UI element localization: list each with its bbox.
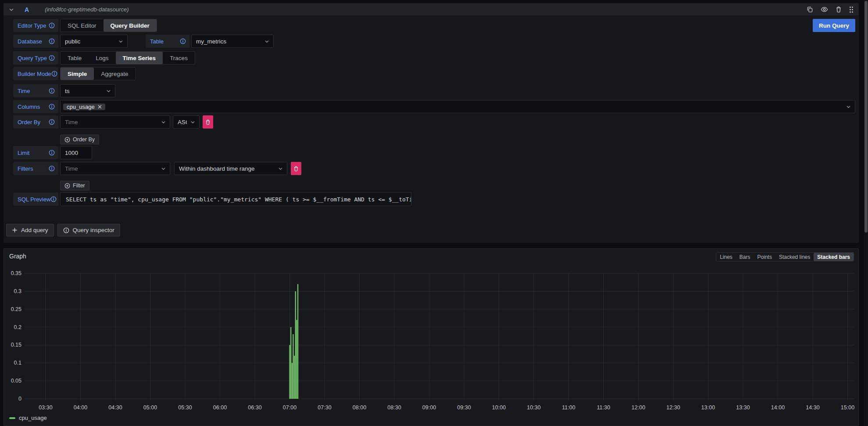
info-icon[interactable] [49, 165, 55, 172]
chevron-down-icon [846, 104, 851, 109]
info-icon[interactable] [51, 71, 57, 77]
builder-mode-option-simple[interactable]: Simple [61, 68, 94, 80]
table-select[interactable]: my_metrics [191, 35, 274, 48]
svg-text:09:30: 09:30 [457, 405, 471, 411]
svg-text:07:00: 07:00 [283, 405, 296, 411]
chevron-down-icon [106, 89, 111, 93]
sql-preview-label: SQL Preview [13, 193, 58, 206]
svg-text:05:00: 05:00 [143, 405, 157, 411]
svg-text:03:30: 03:30 [39, 405, 52, 411]
time-row: Time ts [13, 84, 115, 97]
limit-input[interactable] [60, 146, 92, 159]
plus-circle-icon [64, 183, 70, 189]
mode-bars[interactable]: Bars [736, 253, 754, 261]
svg-text:06:30: 06:30 [248, 405, 261, 411]
chevron-down-icon [118, 39, 123, 44]
chevron-down-icon [278, 166, 283, 171]
chart-legend[interactable]: cpu_usage [9, 415, 47, 421]
query-inspector-button[interactable]: Query inspector [57, 224, 120, 236]
editor-type-toggle: SQL Editor Query Builder [60, 19, 157, 32]
svg-text:0.05: 0.05 [11, 378, 21, 384]
add-order-by-row: Order By [13, 135, 99, 144]
info-circle-icon [63, 227, 69, 233]
editor-type-label: Editor Type [13, 19, 58, 32]
eye-icon[interactable] [821, 6, 828, 13]
page-scrollbar-track[interactable] [864, 0, 868, 426]
chevron-down-icon [161, 166, 166, 171]
column-tag: cpu_usage [63, 104, 105, 110]
mode-lines[interactable]: Lines [716, 253, 736, 261]
svg-text:04:30: 04:30 [108, 405, 122, 411]
svg-text:12:30: 12:30 [666, 405, 680, 411]
page-scrollbar-thumb[interactable] [864, 1, 868, 233]
column-tag-label: cpu_usage [67, 104, 95, 110]
order-by-field-select[interactable]: Time [60, 115, 170, 129]
trash-icon [205, 119, 211, 125]
legend-series-color-dash [9, 417, 15, 419]
graph-panel-title: Graph [9, 253, 26, 260]
svg-text:13:00: 13:00 [701, 405, 715, 411]
graph-mode-toggle: Lines Bars Points Stacked lines Stacked … [716, 252, 854, 261]
columns-multiselect[interactable]: cpu_usage [60, 100, 855, 113]
remove-filter-button[interactable] [291, 162, 301, 175]
remove-order-by-button[interactable] [203, 115, 213, 129]
remove-column-icon[interactable] [98, 105, 102, 109]
info-icon[interactable] [49, 38, 55, 44]
svg-text:0.1: 0.1 [14, 360, 21, 366]
query-type-option-logs[interactable]: Logs [89, 52, 115, 64]
info-icon[interactable] [50, 196, 57, 202]
add-filter-row: Filter [13, 181, 89, 190]
query-row-header[interactable]: A (info8fcc-greptimedb-datasource) [4, 4, 859, 15]
svg-text:0.3: 0.3 [14, 288, 21, 294]
builder-mode-toggle: Simple Aggregate [60, 67, 136, 80]
query-header-actions [807, 6, 854, 13]
editor-type-option-sql-editor[interactable]: SQL Editor [61, 19, 104, 32]
info-icon[interactable] [180, 38, 186, 44]
run-query-button[interactable]: Run Query [813, 19, 855, 32]
plus-icon [12, 227, 18, 233]
query-footer: Add query Query inspector [6, 224, 120, 236]
order-by-direction-select[interactable]: ASC [173, 115, 200, 129]
time-label: Time [13, 84, 58, 97]
time-series-chart[interactable]: 00.050.10.150.20.250.30.3503:3004:0004:3… [4, 266, 857, 415]
database-row: Database public Table my_metrics [13, 35, 274, 48]
add-query-button[interactable]: Add query [6, 224, 54, 236]
collapse-chevron-icon[interactable] [9, 7, 14, 12]
mode-stacked-bars[interactable]: Stacked bars [814, 253, 854, 261]
info-icon[interactable] [49, 55, 55, 61]
filters-row: Filters Time Within dashboard time range [13, 162, 301, 175]
filter-field-select[interactable]: Time [60, 162, 170, 175]
builder-mode-row: Builder Mode Simple Aggregate [13, 67, 136, 80]
svg-text:06:00: 06:00 [213, 405, 227, 411]
info-icon[interactable] [49, 150, 55, 156]
chevron-down-icon [161, 120, 166, 125]
mode-points[interactable]: Points [754, 253, 775, 261]
filter-condition-select[interactable]: Within dashboard time range [174, 162, 287, 175]
query-type-option-traces[interactable]: Traces [163, 52, 195, 64]
limit-row: Limit [13, 146, 92, 159]
svg-text:05:30: 05:30 [178, 405, 192, 411]
query-type-option-time-series[interactable]: Time Series [116, 52, 163, 64]
order-by-row: Order By Time ASC [13, 115, 213, 129]
duplicate-icon[interactable] [807, 6, 813, 13]
info-icon[interactable] [49, 104, 55, 110]
info-icon[interactable] [49, 88, 55, 94]
add-filter-button[interactable]: Filter [60, 181, 89, 190]
query-type-row: Query Type Table Logs Time Series Traces [13, 51, 195, 64]
query-type-option-table[interactable]: Table [61, 52, 89, 64]
add-order-by-button[interactable]: Order By [60, 135, 99, 144]
editor-type-option-query-builder[interactable]: Query Builder [104, 19, 157, 32]
builder-mode-option-aggregate[interactable]: Aggregate [94, 68, 135, 80]
svg-text:12:00: 12:00 [632, 405, 645, 411]
drag-handle-icon[interactable] [849, 6, 854, 13]
columns-label: Columns [13, 100, 58, 113]
trash-icon[interactable] [836, 6, 842, 13]
database-select[interactable]: public [60, 35, 128, 48]
trash-icon [293, 166, 299, 172]
mode-stacked-lines[interactable]: Stacked lines [775, 253, 814, 261]
info-icon[interactable] [49, 119, 55, 125]
info-icon[interactable] [49, 22, 55, 29]
svg-text:10:00: 10:00 [492, 405, 506, 411]
order-by-label: Order By [13, 115, 58, 129]
time-column-select[interactable]: ts [60, 84, 115, 97]
